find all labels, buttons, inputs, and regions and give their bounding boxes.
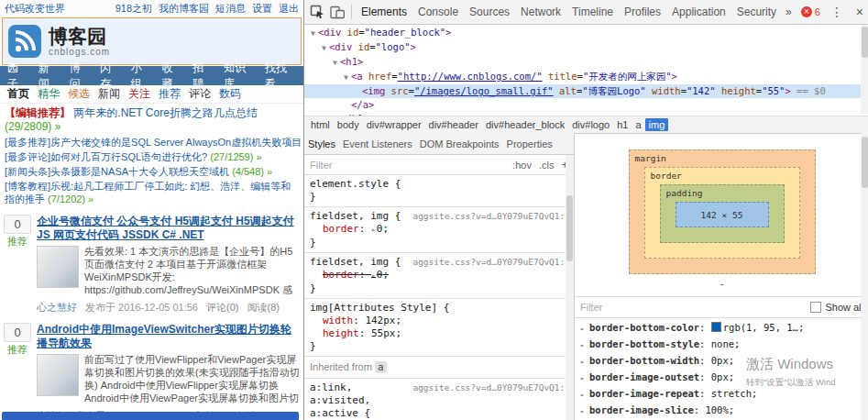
style-property[interactable]: border: ▸0; bbox=[310, 223, 570, 237]
devtools-tab-timeline[interactable]: Timeline bbox=[566, 1, 619, 24]
breadcrumb-item-a[interactable]: a bbox=[632, 118, 644, 131]
rule-selector[interactable]: fieldset, img { bbox=[310, 210, 401, 223]
subnav-item[interactable]: 新闻 bbox=[98, 86, 120, 102]
bottom-banner[interactable] bbox=[2, 412, 299, 420]
computed-property[interactable]: ▸border-image-repeat: stretch; bbox=[575, 386, 868, 403]
sidebar-tab-styles[interactable]: Styles bbox=[304, 138, 339, 149]
breadcrumb-item-body[interactable]: body bbox=[334, 118, 363, 131]
post-thumbnail[interactable] bbox=[37, 246, 79, 288]
post-comments-link[interactable]: 评论(0) bbox=[206, 302, 238, 313]
digg-label[interactable]: 推荐 bbox=[4, 235, 31, 249]
digg-count[interactable]: 0 bbox=[4, 215, 31, 234]
show-all-toggle[interactable]: Show all bbox=[810, 302, 863, 313]
expand-arrow-icon[interactable]: ▸ bbox=[580, 371, 589, 386]
topbar-link[interactable]: 退出 bbox=[279, 3, 299, 14]
computed-property[interactable]: ▸border-image-slice: 100%; bbox=[575, 403, 868, 419]
elements-scrollbar[interactable] bbox=[861, 25, 868, 114]
subnav-item[interactable]: 首页 bbox=[7, 86, 29, 102]
headline-link[interactable]: [最多推荐]房产大佬交锋的是SQL Server AlwaysOn虚拟机失败项目 bbox=[5, 137, 302, 148]
expand-arrow-icon[interactable]: ▸ bbox=[371, 226, 376, 234]
breadcrumb-item-div#logo[interactable]: div#logo bbox=[568, 118, 613, 131]
boxmodel-margin[interactable]: margin border padding 142 × 55 bbox=[629, 149, 816, 274]
subnav-item[interactable]: 推荐 bbox=[159, 86, 181, 102]
inspect-icon[interactable] bbox=[307, 4, 327, 20]
dom-node[interactable]: <img src="/images/logo_small.gif" alt="博… bbox=[304, 84, 868, 98]
subnav-item[interactable]: 候选 bbox=[68, 86, 90, 102]
devtools-tab-network[interactable]: Network bbox=[515, 1, 566, 24]
breadcrumb-item-img[interactable]: img bbox=[645, 118, 669, 131]
cls-toggle[interactable]: .cls bbox=[539, 160, 555, 171]
stylesheet-link[interactable]: aggsite.css?v=d…0Y079uE7QvQ1:1 bbox=[412, 210, 570, 223]
topbar-link[interactable]: 设置 bbox=[252, 3, 272, 14]
site-logo[interactable]: 博客园 cnblogs.com bbox=[2, 17, 302, 65]
inherited-tag-link[interactable]: a bbox=[375, 361, 387, 373]
style-property[interactable]: height: 55px; bbox=[310, 327, 570, 340]
breadcrumb-item-div#header[interactable]: div#header bbox=[425, 118, 482, 131]
style-property[interactable]: width: 142px; bbox=[310, 315, 570, 327]
headline-link[interactable]: [最多评论]如何对几百万行SQL语句进行优化? bbox=[5, 151, 207, 162]
breadcrumb-item-div#header_block[interactable]: div#header_block bbox=[482, 118, 568, 131]
devtools-tab-elements[interactable]: Elements bbox=[356, 1, 412, 24]
sidebar-tab-dom-breakpoints[interactable]: DOM Breakpoints bbox=[416, 138, 503, 149]
breadcrumb-item-h1[interactable]: h1 bbox=[613, 118, 632, 131]
headline-link[interactable]: [新闻头条]头条摄影是NASA十大令人联想天空域机 bbox=[5, 166, 229, 177]
expand-arrow-icon[interactable]: ▼ bbox=[341, 71, 351, 84]
rule-selector[interactable]: img[Attributes Style] { bbox=[310, 302, 449, 315]
digg-label[interactable]: 推荐 bbox=[4, 343, 31, 357]
expand-arrow-icon[interactable]: ▸ bbox=[580, 338, 589, 353]
dom-node[interactable]: ▼<div id="header_block"> bbox=[304, 26, 868, 40]
post-title-link[interactable]: Android中使用ImageViewSwitcher实现图片切换轮播导航效果 bbox=[37, 323, 300, 350]
more-tabs-chevron[interactable]: » bbox=[782, 6, 796, 18]
subnav-item[interactable]: 评论 bbox=[189, 86, 211, 102]
scrollbar-thumb[interactable] bbox=[566, 195, 573, 261]
expand-arrow-icon[interactable]: ▼ bbox=[319, 41, 329, 55]
post-reads-link[interactable]: 阅读(8) bbox=[247, 302, 280, 313]
computed-property[interactable]: ▸border-bottom-color: rgb(1, 95, 1…; bbox=[575, 320, 868, 337]
show-all-checkbox[interactable] bbox=[810, 302, 821, 313]
computed-property[interactable]: ▸border-image-outset: 0px; bbox=[575, 370, 868, 386]
boxmodel-border[interactable]: border padding 142 × 55 bbox=[644, 167, 800, 259]
scrollbar-thumb[interactable] bbox=[862, 137, 868, 188]
computed-property[interactable]: ▸border-bottom-width: 0px; bbox=[575, 353, 868, 370]
stylesheet-link[interactable]: aggsite.css?v=d…0Y079uE7QvQ1:1 bbox=[412, 256, 570, 269]
subnav-item[interactable]: 精华 bbox=[38, 86, 60, 102]
expand-arrow-icon[interactable]: ▼ bbox=[308, 27, 318, 40]
device-toolbar-icon[interactable] bbox=[327, 4, 347, 20]
devtools-tab-profiles[interactable]: Profiles bbox=[619, 1, 666, 24]
post-author-link[interactable]: 心之慧好 bbox=[37, 302, 77, 313]
mainnav-item[interactable]: 找找看 bbox=[265, 61, 296, 92]
topbar-link[interactable]: 918之初 bbox=[115, 3, 152, 14]
topbar-link[interactable]: 短消息 bbox=[215, 3, 246, 14]
expand-arrow-icon[interactable]: ▸ bbox=[580, 322, 589, 337]
devtools-tab-security[interactable]: Security bbox=[731, 1, 782, 24]
rule-selector[interactable]: element.style { bbox=[310, 178, 401, 191]
digg-box[interactable]: 0 推荐 bbox=[4, 323, 31, 420]
boxmodel-content[interactable]: 142 × 55 bbox=[676, 202, 769, 227]
post-title-link[interactable]: 企业号微信支付 公众号支付 H5调起支付 H5调起支付JS 网页支付代码 JSS… bbox=[37, 215, 300, 242]
hov-toggle[interactable]: :hov bbox=[512, 160, 532, 171]
style-property[interactable]: border: ▸0; bbox=[310, 269, 570, 282]
computed-filter-input[interactable]: Filter bbox=[580, 302, 602, 313]
post-thumbnail[interactable] bbox=[37, 354, 79, 396]
expand-arrow-icon[interactable]: ▸ bbox=[580, 404, 589, 419]
devtools-tab-sources[interactable]: Sources bbox=[464, 1, 515, 24]
sidebar-tab-event-listeners[interactable]: Event Listeners bbox=[339, 138, 416, 149]
editors-pick-link[interactable]: 两年来的.NET Core折腾之路几点总结 bbox=[73, 106, 257, 119]
rule-selector[interactable]: fieldset, img { bbox=[310, 256, 401, 269]
styles-scrollbar[interactable] bbox=[566, 155, 574, 420]
devtools-tab-console[interactable]: Console bbox=[412, 1, 464, 24]
subnav-item[interactable]: 数码 bbox=[219, 86, 241, 102]
sidebar-tab-properties[interactable]: Properties bbox=[503, 138, 556, 149]
digg-box[interactable]: 0 推荐 bbox=[4, 215, 31, 315]
expand-arrow-icon[interactable]: ▸ bbox=[580, 355, 589, 370]
subnav-item[interactable]: 关注 bbox=[128, 86, 150, 102]
devtools-tab-application[interactable]: Application bbox=[666, 1, 731, 24]
devtools-menu-icon[interactable]: ⋮ bbox=[827, 5, 847, 19]
scrollbar-thumb[interactable] bbox=[862, 27, 868, 58]
expand-arrow-icon[interactable]: ▸ bbox=[580, 388, 589, 403]
rule-selector[interactable]: a:link, a:visited, a:active { bbox=[310, 381, 409, 420]
dom-node[interactable]: </a> bbox=[304, 98, 868, 112]
breadcrumb-item-div#wrapper[interactable]: div#wrapper bbox=[363, 118, 425, 131]
breadcrumb-item-html[interactable]: html bbox=[307, 118, 334, 131]
computed-property[interactable]: ▸border-bottom-style: none; bbox=[575, 337, 868, 353]
